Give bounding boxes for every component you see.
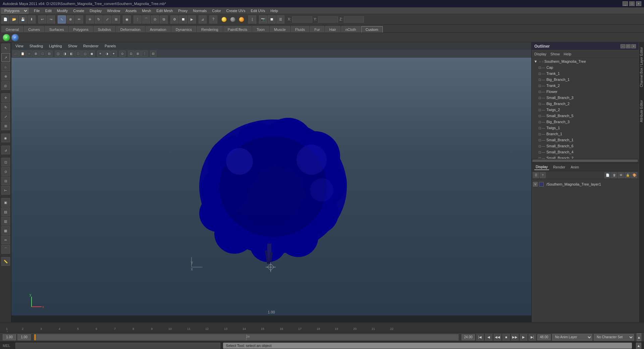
expand-btn[interactable]: ▲ bbox=[637, 333, 641, 341]
prev-frame-btn[interactable]: ◀ bbox=[485, 334, 492, 341]
vp-ao-btn[interactable]: ◼ bbox=[89, 51, 95, 57]
menu-modify[interactable]: Modify bbox=[54, 8, 70, 13]
outliner-item-smallbranch4[interactable]: ⊡ — Small_Branch_4 bbox=[532, 149, 639, 155]
tab-animation[interactable]: Animation bbox=[146, 26, 171, 33]
skip-back-btn[interactable]: |◀ bbox=[476, 334, 484, 341]
misc-btn3[interactable]: 🔲 bbox=[268, 15, 276, 23]
vp-xray-joints-btn[interactable]: ⊞ bbox=[135, 51, 141, 57]
le-tab-render[interactable]: Render bbox=[552, 164, 567, 170]
snap-grid-button[interactable]: ⋮ bbox=[133, 15, 142, 23]
create-arc-btn[interactable]: ⌒ bbox=[1, 245, 10, 254]
tab-deformation[interactable]: Deformation bbox=[116, 26, 145, 33]
misc-btn1[interactable]: | bbox=[248, 15, 256, 23]
rotate-tool-button[interactable]: ↻ bbox=[95, 15, 103, 23]
snap-curve-button[interactable]: ⌒ bbox=[142, 15, 150, 23]
viewport[interactable]: View Shading Lighting Show Renderer Pane… bbox=[11, 42, 531, 322]
viewport-menu-view[interactable]: View bbox=[13, 43, 26, 49]
color-btn-yellow[interactable] bbox=[220, 15, 228, 23]
outliner-tab-show[interactable]: Show bbox=[550, 51, 560, 57]
tab-fluids[interactable]: Fluids bbox=[291, 26, 309, 33]
paint-select-button[interactable]: ✏ bbox=[75, 15, 83, 23]
rotate-btn[interactable]: ↻ bbox=[1, 103, 10, 111]
vp-isolate-btn[interactable]: ⊙ bbox=[119, 51, 125, 57]
misc-btn2[interactable]: 📷 bbox=[259, 15, 267, 23]
le-color-btn[interactable]: 🎨 bbox=[631, 172, 637, 178]
tab-rendering[interactable]: Rendering bbox=[197, 26, 223, 33]
menu-proxy[interactable]: Proxy bbox=[175, 8, 190, 13]
le-new-btn[interactable]: 📄 bbox=[604, 172, 610, 178]
outliner-item-branch1[interactable]: ⊡ — Branch_1 bbox=[532, 131, 639, 137]
viewport-menu-show[interactable]: Show bbox=[65, 43, 80, 49]
menu-window[interactable]: Window bbox=[104, 8, 123, 13]
marquee-btn[interactable]: ⊕ bbox=[1, 72, 10, 81]
ipr-button[interactable]: 🔲 bbox=[179, 15, 187, 23]
le-hide-btn[interactable]: 👁 bbox=[618, 172, 624, 178]
translate-tool-button[interactable]: ✛ bbox=[86, 15, 94, 23]
lasso-select-button[interactable]: ⊕ bbox=[66, 15, 74, 23]
tab-custom[interactable]: Custom bbox=[361, 26, 383, 33]
vp-shadow-btn[interactable]: ◑ bbox=[104, 51, 110, 57]
coord-z-input[interactable] bbox=[344, 16, 364, 22]
next-frame-btn[interactable]: ▶ bbox=[520, 334, 527, 341]
vp-bounding-btn[interactable]: □ bbox=[75, 51, 81, 57]
tab-subdivs[interactable]: Subdivs bbox=[94, 26, 115, 33]
tab-general[interactable]: General bbox=[1, 26, 23, 33]
camera-move-btn[interactable]: ⊡ bbox=[1, 158, 10, 166]
skip-forward-btn[interactable]: ▶| bbox=[529, 334, 536, 341]
snap-view-button[interactable]: ⧉ bbox=[160, 15, 168, 23]
universal-btn[interactable]: ⊞ bbox=[1, 121, 10, 130]
tab-muscle[interactable]: Muscle bbox=[270, 26, 290, 33]
outliner-item-root[interactable]: ▼ ○ ○ Southern_Magnolia_Tree bbox=[532, 58, 639, 64]
vp-grid-btn[interactable]: ⊞ bbox=[33, 51, 39, 57]
outliner-item-smallbranch6[interactable]: ⊡ — Small_Branch_6 bbox=[532, 143, 639, 149]
paint-btn[interactable]: ↗ bbox=[1, 53, 10, 62]
vp-smooth-btn[interactable]: ◨ bbox=[62, 51, 68, 57]
show-manip-button[interactable]: ⊿ bbox=[199, 15, 207, 23]
outliner-item-smallbranch2[interactable]: ⊡ — Small_Branch_2 bbox=[532, 155, 639, 159]
tab-fur[interactable]: Fur bbox=[310, 26, 324, 33]
vp-lighting-mode-btn[interactable]: ☀ bbox=[97, 51, 103, 57]
le-lock-btn[interactable]: 🔒 bbox=[625, 172, 631, 178]
sculpt-btn[interactable]: ◎ bbox=[1, 81, 10, 90]
save-scene-button[interactable]: 💾 bbox=[19, 15, 27, 23]
start-frame-input[interactable] bbox=[3, 334, 16, 340]
menu-assets[interactable]: Assets bbox=[123, 8, 139, 13]
tab-polygons[interactable]: Polygons bbox=[69, 26, 93, 33]
vp-camera-attribs-btn[interactable]: 📋 bbox=[19, 51, 25, 57]
close-button[interactable]: × bbox=[636, 1, 641, 6]
command-input[interactable] bbox=[15, 343, 220, 349]
color-btn-orange[interactable] bbox=[237, 15, 246, 23]
menu-create[interactable]: Create bbox=[70, 8, 87, 13]
menu-color[interactable]: Color bbox=[209, 8, 223, 13]
mode-selector[interactable]: Polygons Surfaces Dynamics Rendering bbox=[1, 8, 29, 14]
snap-point-button[interactable]: ⊙ bbox=[151, 15, 159, 23]
measure-btn[interactable]: 📏 bbox=[1, 257, 10, 266]
le-options-btn[interactable]: ☰ bbox=[533, 172, 539, 178]
scrubber-handle[interactable] bbox=[35, 334, 36, 340]
character-set-selector[interactable]: No Character Set bbox=[594, 334, 634, 341]
open-scene-button[interactable]: 📂 bbox=[10, 15, 18, 23]
timeline-scrubber[interactable]: 24 bbox=[34, 334, 459, 341]
misc-btn4[interactable]: ☰ bbox=[276, 15, 284, 23]
menu-create-uvs[interactable]: Create UVs bbox=[224, 8, 248, 13]
play-btn[interactable]: ▶▶ bbox=[511, 334, 519, 341]
scale-tool-button[interactable]: ⤢ bbox=[103, 15, 111, 23]
menu-help[interactable]: Help bbox=[268, 8, 281, 13]
quick-launch-btn1[interactable]: ✓ bbox=[3, 34, 10, 41]
vp-glow-btn[interactable]: ✦ bbox=[111, 51, 117, 57]
outliner-item-smallbranch1[interactable]: ⊡ — Small_Branch_1 bbox=[532, 137, 639, 143]
tab-painteffects[interactable]: PaintEffects bbox=[223, 26, 252, 33]
coord-y-input[interactable] bbox=[318, 16, 338, 22]
camera-rotate-btn[interactable]: ⊙ bbox=[1, 167, 10, 176]
scale-btn[interactable]: ⤢ bbox=[1, 112, 10, 121]
maximize-button[interactable]: □ bbox=[629, 1, 635, 6]
outliner-item-trank1[interactable]: ⊡ — Trank_1 bbox=[532, 70, 639, 77]
outliner-item-cap[interactable]: ⊡ — Cap bbox=[532, 64, 639, 70]
outliner-tree[interactable]: ▼ ○ ○ Southern_Magnolia_Tree ⊡ — Cap ⊡ —… bbox=[532, 58, 639, 159]
minimize-button[interactable]: _ bbox=[623, 1, 628, 6]
flythrough-btn[interactable]: ⊢ bbox=[1, 186, 10, 195]
outliner-item-bigbranch1[interactable]: ⊡ — Big_Branch_1 bbox=[532, 77, 639, 83]
viewport-menu-shading[interactable]: Shading bbox=[27, 43, 46, 49]
tab-surfaces[interactable]: Surfaces bbox=[45, 26, 68, 33]
tab-dynamics[interactable]: Dynamics bbox=[171, 26, 196, 33]
